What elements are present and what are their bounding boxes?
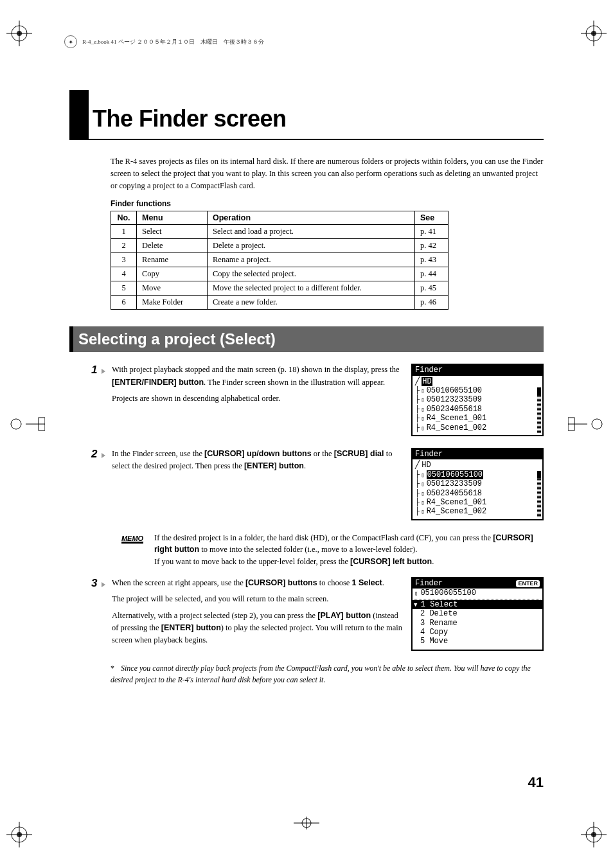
memo-note: MEMO If the desired project is in a fold… <box>118 532 544 568</box>
step3-p2: The project will be selected, and you wi… <box>112 593 402 605</box>
menu-item-rename: 3 Rename <box>413 619 542 628</box>
list-item: 050234055618 <box>415 405 540 414</box>
table-row: 2DeleteDelete a project.p. 42 <box>111 239 449 253</box>
step-1: 1 With project playback stopped and the … <box>69 364 544 436</box>
step-2: 2 In the Finder screen, use the [CURSOR]… <box>69 448 544 520</box>
memo-p2: If you want to move back to the upper-le… <box>154 556 544 568</box>
title-accent-bar <box>69 90 89 139</box>
list-item: R4_Scene1_002 <box>415 423 540 432</box>
list-item: 050106055100 <box>415 386 540 395</box>
intro-paragraph: The R-4 saves projects as files on its i… <box>111 155 544 191</box>
scrollbar <box>537 387 541 433</box>
hd-icon: ╱ <box>415 377 420 386</box>
memo-p1: If the desired project is in a folder, t… <box>154 532 544 556</box>
step3-p1: When the screen at right appears, use th… <box>112 577 402 589</box>
step1-p1: With project playback stopped and the ma… <box>112 364 402 389</box>
table-row: 5MoveMove the selected project to a diff… <box>111 281 449 296</box>
crop-mark-tl <box>6 21 32 46</box>
step-3: 3 When the screen at right appears, use … <box>69 577 544 651</box>
table-row: 3RenameRename a project.p. 43 <box>111 253 449 267</box>
finder-screen-1: Finder ╱HD 050106055100 050123233509 050… <box>411 364 544 436</box>
step2-p1: In the Finder screen, use the [CURSOR] u… <box>112 448 402 473</box>
step3-p3: Alternatively, with a project selected (… <box>112 610 402 647</box>
finder-menu-screen: Finder ENTER 051006055100 1 Select 2 Del… <box>411 577 544 651</box>
finder-functions-table: No. Menu Operation See 1SelectSelect and… <box>111 211 449 310</box>
list-item: 050123233509 <box>415 479 540 488</box>
header-text: R-4_e.book 41 ページ ２００５年２月１０日 木曜日 午後３時３６分 <box>82 38 264 46</box>
crop-mark-bl <box>6 822 32 847</box>
list-item: R4_Scene1_001 <box>415 498 540 507</box>
section-header: Selecting a project (Select) <box>69 326 544 352</box>
spinner-icon: ✦ <box>64 35 77 48</box>
title-block: The Finder screen <box>69 90 544 140</box>
menu-item-copy: 4 Copy <box>413 628 542 637</box>
page-number: 41 <box>528 774 544 791</box>
table-row: 4CopyCopy the selected project.p. 44 <box>111 267 449 281</box>
menu-item-delete: 2 Delete <box>413 609 542 618</box>
step-number: 3 <box>91 577 112 590</box>
list-item: R4_Scene1_002 <box>415 507 540 516</box>
svg-point-19 <box>592 419 602 429</box>
crop-mark-mr <box>568 414 607 434</box>
crop-mark-ml <box>6 414 45 434</box>
memo-icon: MEMO <box>118 532 147 544</box>
menu-item-select: 1 Select <box>413 600 542 609</box>
step-number: 2 <box>91 448 112 461</box>
svg-point-16 <box>11 419 21 429</box>
table-row: 6Make FolderCreate a new folder.p. 46 <box>111 296 449 310</box>
step-number: 1 <box>91 364 112 376</box>
th-see: See <box>415 211 449 225</box>
th-menu: Menu <box>137 211 208 225</box>
hd-icon: ╱ <box>415 461 420 470</box>
crop-mark-tr <box>581 21 607 46</box>
th-no: No. <box>111 211 137 225</box>
table-title: Finder functions <box>111 199 544 208</box>
list-item: R4_Scene1_001 <box>415 414 540 423</box>
table-row: 1SelectSelect and load a project.p. 41 <box>111 225 449 239</box>
header-file-info: ✦ R-4_e.book 41 ページ ２００５年２月１０日 木曜日 午後３時３… <box>64 35 549 48</box>
enter-badge: ENTER <box>516 580 540 587</box>
footnote: *Since you cannot directly play back pro… <box>111 662 544 686</box>
list-item: 050106055100 <box>415 470 540 479</box>
list-item: 050123233509 <box>415 395 540 404</box>
crop-mark-bc <box>294 817 319 829</box>
finder-screen-2: Finder ╱HD 050106055100 050123233509 050… <box>411 448 544 520</box>
step1-p2: Projects are shown in descending alphabe… <box>112 393 402 405</box>
page-title: The Finder screen <box>93 105 287 139</box>
crop-mark-br <box>581 822 607 847</box>
list-item: 050234055618 <box>415 489 540 498</box>
file-icon <box>414 589 418 598</box>
th-operation: Operation <box>208 211 415 225</box>
scrollbar <box>537 471 541 517</box>
menu-item-move: 5 Move <box>413 637 542 646</box>
